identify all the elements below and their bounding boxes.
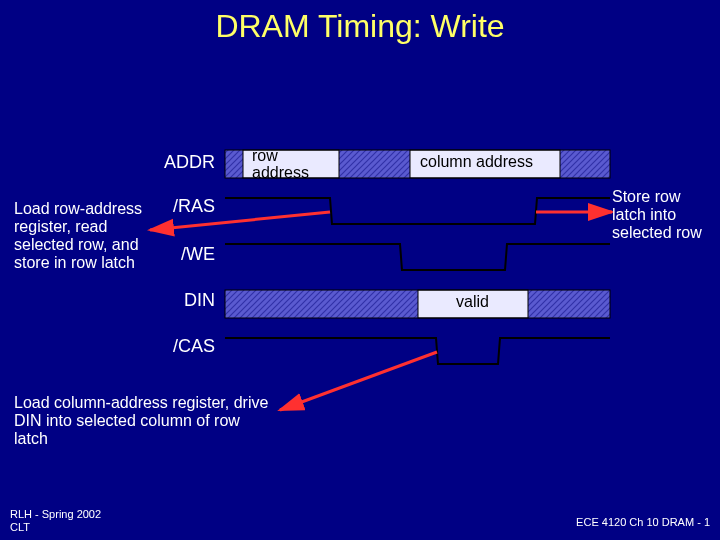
addr-row-label: row address — [252, 148, 332, 182]
footer-right: ECE 4120 Ch 10 DRAM - 1 — [576, 516, 710, 528]
footer-left: RLH - Spring 2002 CLT — [10, 508, 101, 534]
arrow-cas-fall-down — [280, 352, 437, 410]
label-cas: /CAS — [140, 336, 215, 357]
note-left: Load row-address register, read selected… — [14, 200, 149, 272]
label-ras: /RAS — [140, 196, 215, 217]
din-valid-label: valid — [456, 293, 489, 311]
signal-we — [225, 244, 610, 270]
note-lower: Load column-address register, drive DIN … — [14, 394, 274, 448]
label-we: /WE — [140, 244, 215, 265]
note-right: Store row latch into selected row — [612, 188, 712, 242]
footer-left-line1: RLH - Spring 2002 — [10, 508, 101, 520]
footer-left-line2: CLT — [10, 521, 30, 533]
label-addr: ADDR — [140, 152, 215, 173]
signal-din — [225, 290, 610, 318]
label-din: DIN — [140, 290, 215, 311]
addr-col-label: column address — [420, 153, 533, 171]
